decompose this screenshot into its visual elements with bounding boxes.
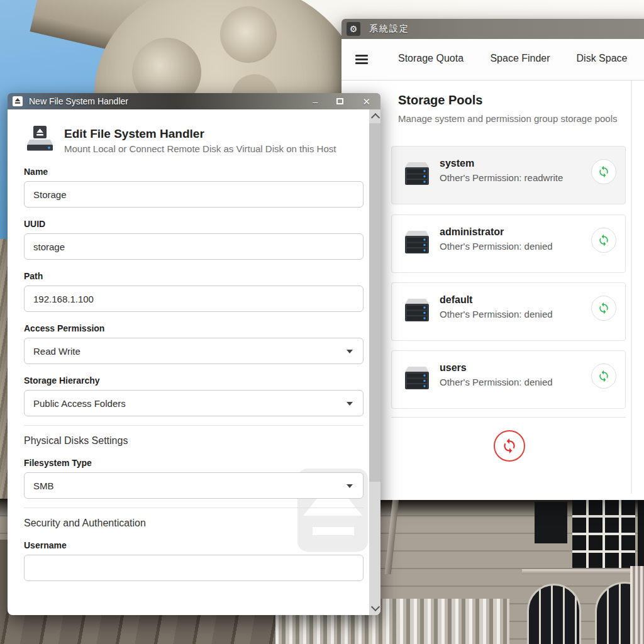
chevron-down-icon <box>347 402 353 406</box>
gear-icon: ⚙ <box>347 22 360 36</box>
selected-value: SMB <box>33 480 54 491</box>
field-path: Path <box>24 271 358 312</box>
tab-space-finder[interactable]: Space Finder <box>490 53 550 64</box>
divider <box>391 417 626 418</box>
field-label: Path <box>24 271 358 281</box>
sync-icon <box>597 370 610 382</box>
page-title: Storage Pools <box>398 93 482 108</box>
field-label: Access Permission <box>24 323 358 333</box>
field-storage-hierarchy: Storage Hierarchy Public Access Folders <box>24 375 358 416</box>
uuid-input[interactable] <box>24 233 364 260</box>
pool-permission: Other's Permission: denied <box>440 309 553 319</box>
path-input[interactable] <box>24 286 364 312</box>
scrollbar-thumb[interactable] <box>369 123 380 482</box>
background-arched-window <box>527 584 581 644</box>
storage-hierarchy-select[interactable]: Public Access Folders <box>24 390 364 416</box>
pool-refresh-button[interactable] <box>591 364 616 389</box>
panel-scrollbar[interactable] <box>631 80 632 494</box>
pool-name: users <box>440 362 467 374</box>
selected-value: Read Write <box>33 346 80 357</box>
file-system-handler-dialog: New File System Handler – ✕ Edit File Sy… <box>8 93 380 615</box>
storage-pools-panel: Storage Pools Manage system and permissi… <box>341 80 644 500</box>
background-window <box>535 502 567 543</box>
chevron-down-icon <box>347 484 353 488</box>
pool-name: default <box>440 294 472 306</box>
background-window <box>638 500 644 568</box>
dialog-title: New File System Handler <box>29 96 128 106</box>
pool-name: system <box>440 158 474 169</box>
divider <box>24 508 364 508</box>
field-label: Name <box>24 167 358 177</box>
sync-icon <box>597 302 610 314</box>
pool-refresh-button[interactable] <box>591 159 616 184</box>
settings-window: ⚙ 系統設定 Storage Quota Space Finder Disk S… <box>341 19 644 500</box>
sync-icon <box>501 438 518 454</box>
field-label: UUID <box>24 219 358 229</box>
field-filesystem-type: Filesystem Type SMB <box>24 458 358 499</box>
section-security: Security and Authentication <box>24 518 358 529</box>
dialog-scrollbar[interactable] <box>369 109 380 615</box>
settings-titlebar[interactable]: ⚙ 系統設定 <box>341 19 644 39</box>
tab-storage-quota[interactable]: Storage Quota <box>398 53 464 64</box>
settings-window-title: 系統設定 <box>369 23 409 35</box>
pool-refresh-button[interactable] <box>591 228 616 253</box>
pool-card-default[interactable]: default Other's Permission: denied <box>391 282 626 341</box>
pool-permission: Other's Permission: readwrite <box>440 172 563 183</box>
dialog-body: Edit File System Handler Mount Local or … <box>8 109 380 615</box>
scroll-down-icon[interactable] <box>371 602 380 611</box>
pool-permission: Other's Permission: denied <box>440 377 553 387</box>
window-controls: – ✕ <box>313 97 380 106</box>
pool-refresh-button[interactable] <box>591 296 616 321</box>
removable-disk-icon <box>24 126 54 152</box>
page-subtitle: Manage system and permission group stora… <box>398 113 618 124</box>
username-input[interactable] <box>24 555 364 581</box>
nas-server-icon <box>403 162 431 187</box>
selected-value: Public Access Folders <box>33 398 126 409</box>
refresh-pools-button[interactable] <box>494 430 525 462</box>
field-label: Username <box>24 540 358 550</box>
sync-icon <box>597 165 610 178</box>
close-button[interactable]: ✕ <box>362 97 370 106</box>
access-permission-select[interactable]: Read Write <box>24 338 364 364</box>
pool-card-system[interactable]: system Other's Permission: readwrite <box>391 146 626 204</box>
scroll-up-icon[interactable] <box>371 113 380 122</box>
eject-disk-icon <box>13 96 23 106</box>
pool-name: administrator <box>440 226 504 238</box>
divider <box>24 425 364 426</box>
field-label: Filesystem Type <box>24 458 358 468</box>
dialog-titlebar[interactable]: New File System Handler – ✕ <box>8 93 380 109</box>
dialog-header: Edit File System Handler Mount Local or … <box>24 126 358 154</box>
background-window-sill <box>522 569 644 574</box>
background-fluted-pilaster <box>630 566 644 644</box>
dialog-subheading: Mount Local or Connect Remote Disk as Vi… <box>64 143 336 154</box>
tab-disk-space[interactable]: Disk Space <box>577 53 628 64</box>
nas-server-icon <box>403 230 431 255</box>
maximize-button[interactable] <box>336 98 343 104</box>
field-username: Username <box>24 540 358 581</box>
chevron-down-icon <box>347 350 353 353</box>
pool-permission: Other's Permission: denied <box>440 241 553 252</box>
field-uuid: UUID <box>24 219 358 260</box>
nas-server-icon <box>403 366 431 391</box>
sync-icon <box>597 234 610 247</box>
settings-tabbar: Storage Quota Space Finder Disk Space <box>341 39 644 80</box>
hamburger-menu-icon[interactable] <box>355 55 368 64</box>
section-physical-disks: Physical Disks Settings <box>24 435 358 447</box>
filesystem-type-select[interactable]: SMB <box>24 472 364 499</box>
field-name: Name <box>24 167 358 208</box>
field-access-permission: Access Permission Read Write <box>24 323 358 364</box>
pool-card-users[interactable]: users Other's Permission: denied <box>391 350 626 409</box>
background-window <box>572 500 635 568</box>
nas-server-icon <box>403 298 431 323</box>
pool-card-administrator[interactable]: administrator Other's Permission: denied <box>391 214 626 273</box>
minimize-button[interactable]: – <box>313 97 318 106</box>
name-input[interactable] <box>24 181 364 208</box>
field-label: Storage Hierarchy <box>24 375 358 386</box>
dialog-heading: Edit File System Handler <box>64 127 336 141</box>
desktop: ⚙ 系統設定 Storage Quota Space Finder Disk S… <box>0 0 644 644</box>
